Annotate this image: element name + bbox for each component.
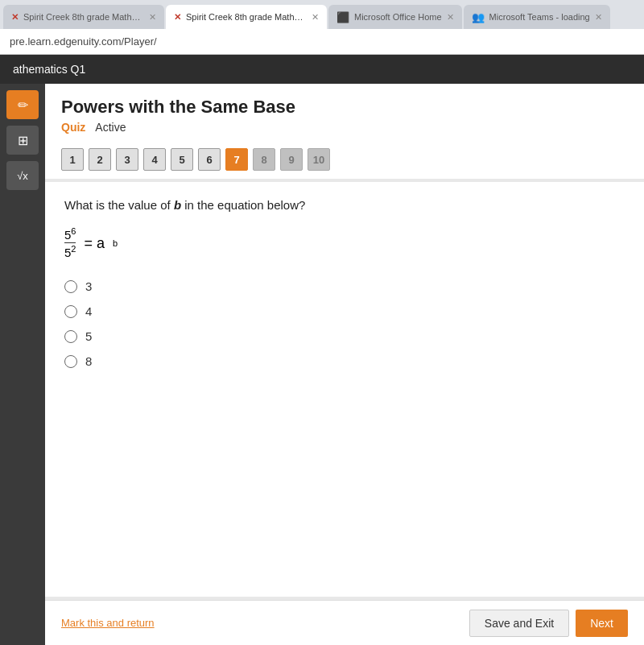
pencil-button[interactable]: ✏ bbox=[6, 90, 39, 119]
question-nav-7[interactable]: 7 bbox=[225, 148, 248, 171]
tab-1[interactable]: ✕ Spirit Creek 8th grade Mathemat... ✕ bbox=[3, 5, 164, 29]
numerator: 56 bbox=[64, 226, 76, 242]
office-icon: ⬛ bbox=[336, 11, 349, 23]
tab-3-label: Microsoft Office Home bbox=[354, 12, 442, 22]
equals-sign: = a bbox=[84, 235, 105, 252]
teams-icon: 👥 bbox=[472, 11, 485, 23]
tab-2[interactable]: ✕ Spirit Creek 8th grade Mathemat... ✕ bbox=[166, 5, 327, 29]
answer-options: 3 4 5 8 bbox=[64, 279, 625, 368]
option-4[interactable]: 4 bbox=[64, 304, 625, 318]
exp-6: 6 bbox=[71, 226, 76, 236]
option-3-label: 3 bbox=[85, 279, 92, 293]
browser-tabs: ✕ Spirit Creek 8th grade Mathemat... ✕ ✕… bbox=[0, 0, 644, 29]
app-title: athematics Q1 bbox=[13, 63, 85, 76]
option-8[interactable]: 8 bbox=[64, 354, 625, 368]
active-label: Active bbox=[95, 121, 126, 134]
variable-b: b bbox=[174, 198, 181, 212]
question-nav-8[interactable]: 8 bbox=[253, 148, 275, 171]
question-nav-6[interactable]: 6 bbox=[198, 148, 221, 171]
pencil-icon: ✏ bbox=[18, 97, 28, 113]
option-8-label: 8 bbox=[85, 354, 92, 368]
question-nav-5[interactable]: 5 bbox=[171, 148, 193, 171]
tab-2-label: Spirit Creek 8th grade Mathemat... bbox=[186, 12, 307, 22]
tab-1-close[interactable]: ✕ bbox=[149, 12, 156, 23]
calculator-icon: ⊞ bbox=[18, 133, 28, 148]
formula-icon: √x bbox=[17, 170, 28, 182]
x-icon-2: ✕ bbox=[174, 12, 181, 23]
denominator: 52 bbox=[64, 242, 76, 260]
option-5-label: 5 bbox=[85, 329, 92, 343]
tab-2-close[interactable]: ✕ bbox=[312, 12, 319, 23]
calculator-button[interactable]: ⊞ bbox=[6, 126, 39, 155]
question-nav-3[interactable]: 3 bbox=[116, 148, 138, 171]
tab-4-close[interactable]: ✕ bbox=[595, 12, 602, 23]
app-header: athematics Q1 bbox=[0, 55, 644, 84]
sidebar: ✏ ⊞ √x bbox=[0, 84, 45, 645]
quiz-status: Quiz Active bbox=[61, 121, 628, 134]
mark-return-link[interactable]: Mark this and return bbox=[61, 617, 155, 629]
formula-button[interactable]: √x bbox=[6, 161, 39, 190]
question-nav-1[interactable]: 1 bbox=[61, 148, 84, 171]
tab-3[interactable]: ⬛ Microsoft Office Home ✕ bbox=[328, 5, 462, 29]
save-exit-button[interactable]: Save and Exit bbox=[469, 610, 569, 637]
question-nav-10[interactable]: 10 bbox=[308, 148, 330, 171]
question-nav-9[interactable]: 9 bbox=[280, 148, 303, 171]
x-icon: ✕ bbox=[11, 12, 19, 23]
exp-2: 2 bbox=[71, 244, 76, 254]
address-bar[interactable]: pre.learn.edgenuity.com/Player/ bbox=[0, 29, 644, 55]
main-layout: ✏ ⊞ √x Powers with the Same Base Quiz Ac… bbox=[0, 84, 644, 645]
option-3[interactable]: 3 bbox=[64, 279, 625, 293]
address-text: pre.learn.edgenuity.com/Player/ bbox=[10, 35, 157, 48]
radio-3[interactable] bbox=[64, 280, 77, 293]
question-text: What is the value of b in the equation b… bbox=[64, 198, 625, 212]
radio-4[interactable] bbox=[64, 305, 77, 318]
math-equation: 56 52 = a b bbox=[64, 226, 625, 260]
footer: Mark this and return Save and Exit Next bbox=[45, 600, 644, 645]
radio-5[interactable] bbox=[64, 330, 77, 343]
content-area: Powers with the Same Base Quiz Active 1 … bbox=[45, 84, 644, 645]
fraction: 56 52 bbox=[64, 226, 76, 260]
radio-8[interactable] bbox=[64, 355, 77, 368]
question-panel: What is the value of b in the equation b… bbox=[45, 182, 644, 597]
lesson-title: Powers with the Same Base bbox=[61, 97, 628, 118]
tab-3-close[interactable]: ✕ bbox=[447, 12, 454, 23]
lesson-header: Powers with the Same Base Quiz Active 1 … bbox=[45, 84, 644, 179]
exp-b: b bbox=[113, 238, 118, 248]
question-nav: 1 2 3 4 5 6 7 8 9 10 bbox=[61, 142, 628, 179]
option-4-label: 4 bbox=[85, 304, 92, 318]
question-nav-2[interactable]: 2 bbox=[89, 148, 111, 171]
quiz-label: Quiz bbox=[61, 121, 85, 134]
tab-1-label: Spirit Creek 8th grade Mathemat... bbox=[23, 12, 144, 22]
next-button[interactable]: Next bbox=[576, 610, 628, 637]
question-nav-4[interactable]: 4 bbox=[143, 148, 166, 171]
tab-4[interactable]: 👥 Microsoft Teams - loading ✕ bbox=[464, 5, 610, 29]
footer-actions: Save and Exit Next bbox=[469, 610, 628, 637]
option-5[interactable]: 5 bbox=[64, 329, 625, 343]
tab-4-label: Microsoft Teams - loading bbox=[489, 12, 590, 22]
